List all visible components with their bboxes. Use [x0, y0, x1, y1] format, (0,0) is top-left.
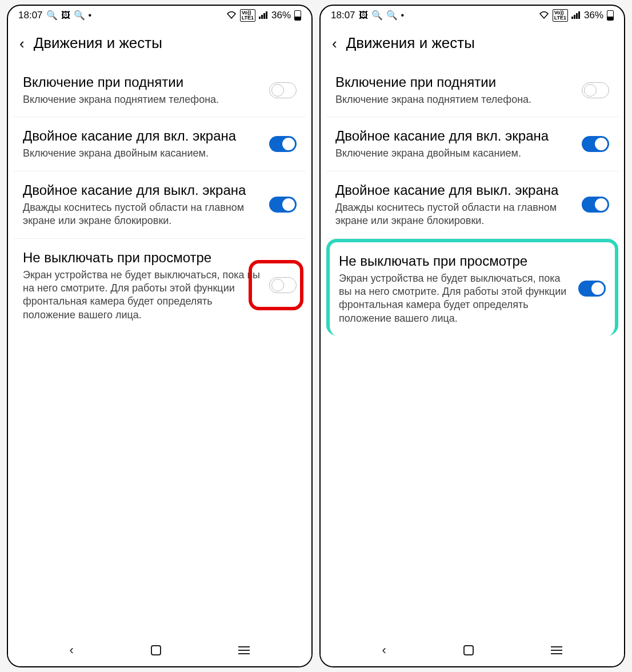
setting-desc: Включение экрана двойным касанием.	[23, 147, 262, 160]
toggle-smart-stay[interactable]	[578, 281, 606, 297]
setting-desc: Включение экрана поднятием телефона.	[335, 93, 575, 106]
setting-title: Включение при поднятии	[23, 74, 262, 91]
setting-title: Двойное касание для вкл. экрана	[335, 127, 575, 145]
setting-text: Двойное касание для выкл. экрана Дважды …	[335, 182, 582, 228]
setting-text: Двойное касание для вкл. экрана Включени…	[335, 127, 582, 160]
search-icon: 🔍	[371, 11, 383, 20]
image-icon: 🖼	[359, 11, 368, 20]
setting-desc: Экран устройства не будет выключаться, п…	[339, 272, 571, 326]
svg-rect-7	[578, 11, 580, 19]
setting-desc: Дважды коснитесь пустой области на главн…	[335, 201, 575, 228]
setting-smart-stay[interactable]: Не выключать при просмотре Экран устройс…	[326, 239, 618, 336]
nav-bar: ‹	[321, 634, 624, 666]
setting-title: Двойное касание для выкл. экрана	[335, 182, 575, 199]
toggle-double-tap-on[interactable]	[582, 136, 609, 152]
settings-list: Включение при поднятии Включение экрана …	[14, 63, 306, 616]
svg-rect-2	[263, 13, 265, 19]
page-title: Движения и жесты	[34, 34, 162, 52]
nav-back[interactable]: ‹	[382, 643, 386, 658]
setting-double-tap-on[interactable]: Двойное касание для вкл. экрана Включени…	[14, 117, 306, 171]
volte-icon: Vo))LTE1	[553, 9, 568, 22]
search-icon: 🔍	[386, 11, 398, 20]
battery-pct: 36%	[584, 10, 603, 21]
setting-desc: Включение экрана двойным касанием.	[335, 147, 575, 160]
svg-rect-5	[574, 15, 575, 19]
toggle-double-tap-off[interactable]	[582, 197, 609, 213]
next-setting-peek	[326, 622, 618, 634]
toggle-double-tap-off[interactable]	[269, 197, 297, 213]
svg-rect-1	[261, 15, 263, 19]
search-icon: 🔍	[46, 11, 58, 20]
page-header: ‹ Движения и жесты	[8, 25, 311, 60]
setting-title: Не выключать при просмотре	[23, 249, 262, 266]
status-right: Vo))LTE1 36%	[226, 9, 301, 22]
svg-rect-3	[266, 11, 267, 19]
wifi-icon	[226, 11, 237, 21]
page-title: Движения и жесты	[346, 34, 475, 52]
back-button[interactable]: ‹	[19, 36, 25, 51]
settings-list: Включение при поднятии Включение экрана …	[326, 63, 618, 616]
phone-right: 18:07 🖼 🔍 🔍 • Vo))LTE1 36% ‹ Движения и …	[319, 5, 625, 667]
nav-home[interactable]	[151, 645, 161, 655]
toggle-lift-to-wake[interactable]	[269, 82, 297, 98]
setting-double-tap-off[interactable]: Двойное касание для выкл. экрана Дважды …	[326, 171, 618, 239]
setting-lift-to-wake[interactable]: Включение при поднятии Включение экрана …	[14, 63, 306, 117]
toggle-double-tap-on[interactable]	[269, 136, 297, 152]
battery-icon	[607, 10, 614, 21]
toggle-lift-to-wake[interactable]	[582, 82, 609, 98]
signal-icon	[571, 11, 581, 21]
dot-icon: •	[89, 11, 92, 20]
setting-smart-stay[interactable]: Не выключать при просмотре Экран устройс…	[14, 239, 306, 333]
nav-recents[interactable]	[551, 646, 562, 654]
setting-desc: Включение экрана поднятием телефона.	[23, 93, 262, 106]
setting-desc: Экран устройства не будет выключаться, п…	[23, 269, 262, 322]
svg-rect-6	[576, 13, 578, 19]
nav-recents[interactable]	[238, 646, 250, 654]
svg-rect-4	[571, 17, 573, 19]
setting-title: Двойное касание для выкл. экрана	[23, 182, 262, 199]
status-bar: 18:07 🔍 🖼 🔍 • Vo))LTE1 36%	[8, 6, 311, 25]
setting-double-tap-off[interactable]: Двойное касание для выкл. экрана Дважды …	[14, 171, 306, 239]
status-bar: 18:07 🖼 🔍 🔍 • Vo))LTE1 36%	[321, 6, 624, 25]
nav-back[interactable]: ‹	[70, 643, 74, 658]
back-button[interactable]: ‹	[332, 36, 337, 51]
next-setting-peek	[14, 622, 306, 634]
status-right: Vo))LTE1 36%	[539, 9, 614, 22]
wifi-icon	[539, 11, 549, 21]
svg-rect-0	[259, 17, 261, 19]
status-time: 18:07	[18, 10, 43, 21]
setting-text: Не выключать при просмотре Экран устройс…	[23, 249, 269, 322]
page-header: ‹ Движения и жесты	[321, 25, 624, 60]
status-left: 18:07 🖼 🔍 🔍 •	[331, 10, 404, 21]
toggle-smart-stay[interactable]	[269, 277, 297, 293]
battery-icon	[294, 10, 301, 21]
setting-title: Не выключать при просмотре	[339, 253, 571, 270]
phone-left: 18:07 🔍 🖼 🔍 • Vo))LTE1 36% ‹ Движения и …	[7, 5, 313, 667]
setting-text: Двойное касание для вкл. экрана Включени…	[23, 127, 269, 160]
volte-icon: Vo))LTE1	[240, 9, 255, 22]
setting-desc: Дважды коснитесь пустой области на главн…	[23, 201, 262, 228]
nav-home[interactable]	[463, 645, 474, 655]
setting-text: Двойное касание для выкл. экрана Дважды …	[23, 182, 269, 228]
setting-lift-to-wake[interactable]: Включение при поднятии Включение экрана …	[326, 63, 618, 117]
battery-pct: 36%	[271, 10, 291, 21]
status-left: 18:07 🔍 🖼 🔍 •	[18, 10, 91, 21]
setting-text: Включение при поднятии Включение экрана …	[23, 74, 269, 106]
signal-icon	[259, 11, 268, 21]
image-icon: 🖼	[61, 11, 70, 20]
setting-title: Двойное касание для вкл. экрана	[23, 127, 262, 145]
status-time: 18:07	[331, 10, 355, 21]
setting-title: Включение при поднятии	[335, 74, 575, 91]
setting-double-tap-on[interactable]: Двойное касание для вкл. экрана Включени…	[326, 117, 618, 171]
search-icon: 🔍	[74, 11, 85, 20]
dot-icon: •	[401, 11, 405, 20]
nav-bar: ‹	[8, 634, 311, 666]
setting-text: Не выключать при просмотре Экран устройс…	[339, 253, 578, 326]
setting-text: Включение при поднятии Включение экрана …	[335, 74, 582, 106]
